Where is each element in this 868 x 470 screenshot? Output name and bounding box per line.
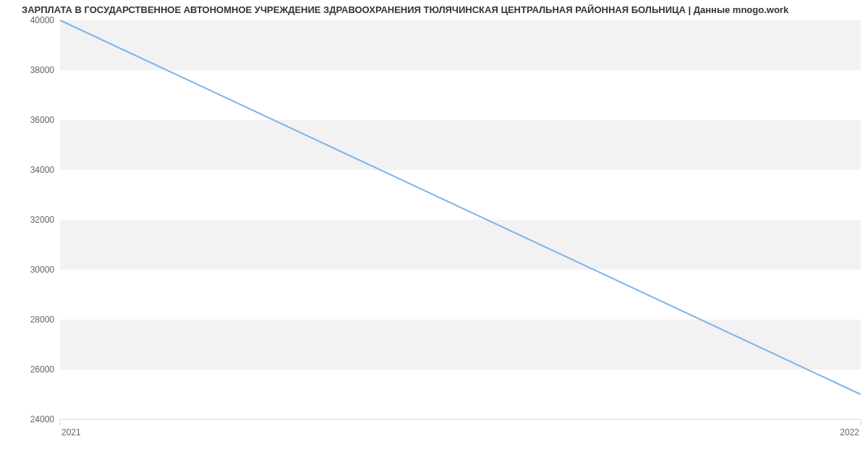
chart-container: ЗАРПЛАТА В ГОСУДАРСТВЕННОЕ АВТОНОМНОЕ УЧ… (0, 0, 868, 470)
y-tick-label: 28000 (30, 315, 55, 325)
y-tick-label: 30000 (30, 265, 55, 275)
chart-svg: 2400026000280003000032000340003600038000… (0, 0, 868, 470)
y-tick-label: 36000 (30, 115, 55, 125)
y-tick-label: 32000 (30, 215, 55, 225)
y-tick-label: 34000 (30, 165, 55, 175)
y-tick-label: 40000 (30, 15, 55, 25)
x-tick-label: 2021 (61, 427, 81, 437)
grid-band (60, 120, 861, 170)
y-tick-label: 26000 (30, 364, 55, 375)
y-tick-label: 24000 (30, 414, 55, 424)
grid-band (60, 220, 861, 270)
grid-band (60, 20, 861, 70)
plot-area: 2400026000280003000032000340003600038000… (30, 15, 861, 437)
y-tick-label: 38000 (30, 65, 55, 75)
x-tick-label: 2022 (840, 427, 859, 437)
grid-band (60, 320, 861, 369)
